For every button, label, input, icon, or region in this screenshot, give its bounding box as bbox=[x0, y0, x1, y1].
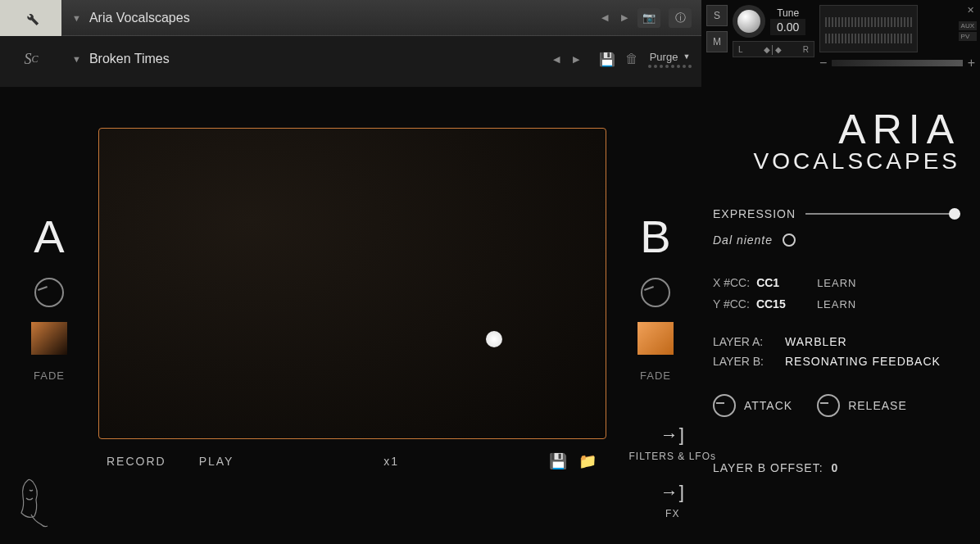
slider-thumb[interactable] bbox=[949, 208, 960, 220]
pan-bar[interactable]: L ◆│◆ R bbox=[733, 41, 814, 57]
y-cc-value[interactable]: CC15 bbox=[756, 297, 802, 311]
envelope-row: ATTACK RELEASE bbox=[713, 394, 960, 417]
knob-icon bbox=[737, 10, 760, 33]
xy-area: RECORD PLAY x1 💾 📁 bbox=[98, 128, 606, 528]
tune-section: Tune 0.00 bbox=[733, 5, 814, 38]
prev-preset-button[interactable]: ◀ bbox=[550, 54, 563, 65]
x-cc-value[interactable]: CC1 bbox=[756, 276, 802, 289]
dal-niente-row: Dal niente bbox=[713, 233, 960, 247]
dal-niente-label: Dal niente bbox=[713, 233, 773, 247]
dal-niente-toggle[interactable] bbox=[783, 233, 796, 247]
layer-b-info-label: LAYER B: bbox=[713, 355, 777, 368]
arrow-right-icon: →] bbox=[660, 424, 685, 446]
tune-knob[interactable] bbox=[733, 5, 765, 38]
layer-a-letter: A bbox=[34, 210, 64, 263]
release-label: RELEASE bbox=[848, 399, 907, 412]
preset-nav: ◀ ▶ bbox=[550, 54, 583, 65]
wrench-button[interactable] bbox=[0, 0, 62, 36]
purge-dropdown[interactable]: Purge ▼ bbox=[650, 51, 691, 63]
info-icon: ⓘ bbox=[675, 11, 686, 25]
tune-value[interactable]: 0.00 bbox=[770, 19, 805, 35]
layer-a-knob[interactable] bbox=[34, 278, 64, 307]
sc-logo-button[interactable]: SC bbox=[0, 36, 62, 82]
snapshot-button[interactable]: 📷 bbox=[637, 8, 660, 28]
pv-button[interactable]: PV bbox=[959, 32, 977, 41]
instrument-header: ▼ Aria Vocalscapes ◀ ▶ 📷 ⓘ bbox=[62, 0, 701, 36]
close-button[interactable]: ✕ bbox=[964, 3, 977, 16]
volume-slider[interactable] bbox=[832, 60, 962, 66]
expression-slider[interactable] bbox=[805, 213, 960, 215]
attack-knob[interactable] bbox=[713, 394, 736, 417]
solo-mute-column: S M bbox=[706, 5, 728, 82]
solo-button[interactable]: S bbox=[706, 5, 728, 26]
release-control: RELEASE bbox=[817, 394, 907, 417]
filters-lfos-link[interactable]: →] FILTERS & LFOs bbox=[629, 424, 716, 462]
layer-a-column: A FADE bbox=[25, 128, 74, 528]
wrench-icon bbox=[22, 9, 40, 27]
layer-b-info-value[interactable]: RESONATING FEEDBACK bbox=[785, 355, 941, 368]
fx-label: FX bbox=[665, 508, 679, 519]
transport-icons: 💾 📁 bbox=[549, 452, 598, 470]
topbar-right-panel: S M Tune 0.00 L ◆│◆ R − bbox=[701, 0, 980, 87]
preset-controls: ◀ ▶ 💾 🗑 Purge ▼ bbox=[550, 51, 692, 68]
purge-indicators bbox=[648, 65, 692, 68]
offset-label: LAYER B OFFSET: bbox=[713, 461, 823, 474]
x-learn-button[interactable]: LEARN bbox=[817, 277, 856, 289]
prev-instrument-button[interactable]: ◀ bbox=[598, 12, 611, 23]
volume-meter bbox=[819, 5, 918, 52]
pan-left-label: L bbox=[738, 45, 743, 54]
topbar-left-column: SC bbox=[0, 0, 62, 87]
chevron-down-icon[interactable]: ▼ bbox=[72, 13, 81, 23]
layer-b-fade-label: FADE bbox=[640, 369, 671, 382]
x-cc-row: X #CC: CC1 LEARN bbox=[713, 276, 960, 289]
filters-label: FILTERS & LFOs bbox=[629, 451, 716, 462]
offset-value[interactable]: 0 bbox=[832, 461, 839, 474]
layer-b-knob[interactable] bbox=[641, 278, 670, 307]
mute-button[interactable]: M bbox=[706, 31, 728, 52]
release-knob[interactable] bbox=[817, 394, 840, 417]
xy-cursor[interactable] bbox=[486, 331, 502, 347]
instrument-name[interactable]: Aria Vocalscapes bbox=[89, 11, 598, 25]
main-area: A FADE RECORD PLAY x1 💾 📁 B bbox=[0, 87, 980, 544]
brand-subtitle: VOCALSCAPES bbox=[713, 148, 960, 175]
record-button[interactable]: RECORD bbox=[107, 455, 166, 468]
layer-a-info-label: LAYER A: bbox=[713, 335, 777, 348]
save-icon[interactable]: 💾 bbox=[549, 452, 569, 470]
layer-a-info-value[interactable]: WARBLER bbox=[785, 335, 847, 348]
layer-b-offset-row: LAYER B OFFSET: 0 bbox=[713, 461, 960, 474]
y-learn-button[interactable]: LEARN bbox=[817, 298, 856, 311]
pan-center-icon: ◆│◆ bbox=[764, 45, 782, 54]
play-button[interactable]: PLAY bbox=[199, 455, 234, 468]
folder-icon[interactable]: 📁 bbox=[578, 452, 598, 470]
volume-plus-button[interactable]: + bbox=[968, 56, 975, 70]
expression-label: EXPRESSION bbox=[713, 207, 796, 220]
info-button[interactable]: ⓘ bbox=[669, 8, 692, 28]
section-links: →] FILTERS & LFOs →] FX bbox=[629, 424, 716, 519]
x-cc-label: X #CC: bbox=[713, 276, 750, 289]
camera-icon: 📷 bbox=[642, 11, 656, 24]
layer-b-fade-swatch[interactable] bbox=[637, 322, 674, 355]
save-preset-button[interactable]: 💾 bbox=[599, 52, 615, 67]
volume-minus-button[interactable]: − bbox=[819, 56, 827, 70]
top-bar: SC ▼ Aria Vocalscapes ◀ ▶ 📷 ⓘ ▼ Broken T… bbox=[0, 0, 980, 87]
delete-preset-button[interactable]: 🗑 bbox=[625, 52, 638, 66]
arrow-right-icon: →] bbox=[660, 482, 685, 503]
next-instrument-button[interactable]: ▶ bbox=[618, 12, 631, 23]
speed-value[interactable]: x1 bbox=[383, 455, 399, 468]
face-sketch-icon bbox=[13, 474, 54, 531]
chevron-down-icon[interactable]: ▼ bbox=[72, 54, 81, 64]
expression-row: EXPRESSION bbox=[713, 207, 960, 220]
attack-label: ATTACK bbox=[744, 399, 792, 412]
layer-a-fade-swatch[interactable] bbox=[31, 322, 67, 355]
preset-name[interactable]: Broken Times bbox=[89, 52, 550, 66]
y-cc-row: Y #CC: CC15 LEARN bbox=[713, 297, 960, 311]
fx-link[interactable]: →] FX bbox=[660, 482, 685, 519]
aux-pv-column: AUX PV bbox=[959, 21, 977, 41]
instrument-nav: ◀ ▶ bbox=[598, 12, 631, 23]
main-left-panel: A FADE RECORD PLAY x1 💾 📁 B bbox=[0, 87, 705, 544]
aux-button[interactable]: AUX bbox=[959, 21, 977, 30]
y-cc-label: Y #CC: bbox=[713, 297, 750, 311]
layer-b-letter: B bbox=[640, 210, 670, 263]
next-preset-button[interactable]: ▶ bbox=[569, 54, 583, 65]
xy-pad[interactable] bbox=[98, 128, 606, 439]
